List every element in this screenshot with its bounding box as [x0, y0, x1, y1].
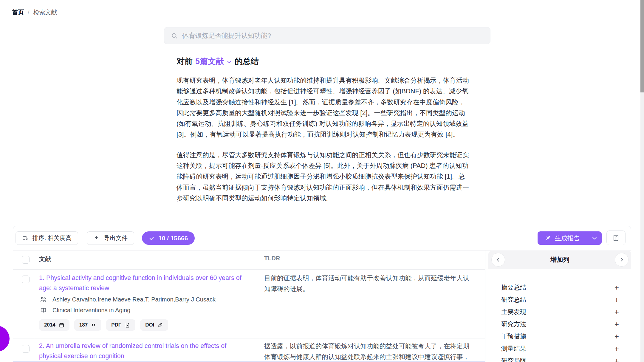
row-checkbox[interactable] [22, 276, 30, 283]
tldr-text: 据透露，以前报道的体育锻炼对认知功能的益处可能被夸大了，在将定期体育锻炼与健康人… [264, 341, 473, 362]
summary-heading-prefix: 对前 [177, 55, 193, 67]
authors-text: Ashley Carvalho,Irene Maeve Rea,T. Parim… [52, 296, 216, 303]
add-column-item-label: 干预措施 [501, 332, 526, 341]
add-column-item-label: 研究方法 [501, 320, 526, 328]
citations-count: 187 [79, 322, 88, 328]
authors-row: Ashley Carvalho,Irene Maeve Rea,T. Parim… [40, 296, 216, 303]
column-header-papers: 文献 [39, 255, 51, 263]
chevron-right-icon [619, 257, 624, 262]
notebook-icon [612, 234, 620, 242]
sort-button[interactable]: 排序: 相关度高 [16, 231, 78, 245]
plus-icon[interactable]: + [614, 284, 619, 291]
summary-paragraph-1: 现有研究表明，体育锻炼对老年人认知功能的维持和提升具有积极影响。文献综合分析揭示… [177, 75, 470, 140]
row-checkbox[interactable] [22, 345, 30, 353]
pdf-label: PDF [111, 322, 121, 328]
toolbar-divider [13, 250, 631, 250]
journal-text: Clinical Interventions in Aging [52, 307, 130, 314]
summary-heading-suffix: 的总结 [235, 55, 259, 67]
paper-title-link[interactable]: 1. Physical activity and cognitive funct… [39, 273, 250, 293]
sort-label: 排序: 相关度高 [32, 234, 72, 242]
plus-icon[interactable]: + [614, 320, 619, 328]
add-column-item[interactable]: 研究方法 + [488, 318, 631, 330]
chevron-down-icon [592, 236, 597, 241]
add-column-panel-header: 增加列 [488, 251, 631, 269]
add-column-item[interactable]: 干预措施 + [488, 330, 631, 342]
breadcrumb-separator: / [28, 9, 30, 16]
doi-badge[interactable]: DOI [140, 319, 168, 331]
summary-papers-link[interactable]: 5篇文献 [195, 55, 224, 67]
column-divider [485, 250, 485, 362]
search-input[interactable] [182, 32, 484, 40]
add-column-list: 摘要总结 + 研究总结 + 主要发现 + 研究方法 + 干预措施 + 测量结果 … [488, 281, 631, 362]
plus-icon[interactable]: + [614, 332, 619, 340]
results-card: 排序: 相关度高 导出文件 10 / 15666 生成报告 [13, 226, 631, 362]
download-icon [93, 235, 100, 242]
header-divider [13, 269, 485, 270]
search-bar[interactable] [164, 27, 490, 44]
quill-sparkle-icon [545, 235, 551, 242]
breadcrumb-current: 检索文献 [33, 8, 57, 16]
report-dropdown-button[interactable] [587, 231, 602, 245]
quote-icon [91, 322, 96, 328]
tldr-text: 目前的证据表明，体育活动可能有助于改善认知功能，从而延缓老年人认知障碍的进展。 [264, 273, 473, 294]
column-divider [260, 250, 260, 362]
add-column-item-label: 研究局限 [501, 357, 526, 362]
add-column-item[interactable]: 研究局限 + [488, 355, 631, 362]
breadcrumb-home-link[interactable]: 首页 [12, 8, 24, 16]
panel-expand-button[interactable] [615, 253, 628, 267]
select-all-checkbox[interactable] [22, 256, 30, 264]
add-column-item[interactable]: 研究总结 + [488, 293, 631, 306]
calendar-icon [59, 322, 64, 328]
add-column-item-label: 研究总结 [501, 296, 526, 304]
row-divider [13, 338, 485, 338]
pdf-file-icon [125, 322, 130, 328]
journal-row: Clinical Interventions in Aging [40, 307, 130, 314]
floating-action-button[interactable] [0, 326, 10, 352]
selected-count: 10 / 15666 [158, 235, 188, 242]
search-icon [171, 32, 178, 39]
sort-icon [22, 235, 29, 242]
plus-icon[interactable]: + [614, 308, 619, 316]
export-label: 导出文件 [104, 234, 128, 242]
year-value: 2014 [44, 322, 55, 328]
add-column-item-label: 测量结果 [501, 344, 526, 353]
chevron-left-icon [496, 257, 501, 262]
chevron-down-icon[interactable] [227, 59, 232, 65]
check-icon [149, 235, 155, 241]
layout-toggle-button[interactable] [606, 230, 626, 245]
breadcrumb: 首页 / 检索文献 [12, 8, 57, 16]
generate-report-label: 生成报告 [555, 234, 580, 242]
add-column-item-label: 摘要总结 [501, 283, 526, 292]
add-column-panel-title: 增加列 [551, 256, 569, 264]
selected-count-pill[interactable]: 10 / 15666 [142, 231, 195, 245]
summary-paragraph-2: 值得注意的是，尽管大多数研究支持体育锻炼与认知功能之间的正相关关系，但也有少数研… [177, 150, 470, 204]
summary-heading: 对前 5篇文献 的总结 [177, 55, 470, 67]
plus-icon[interactable]: + [614, 296, 619, 304]
badges-row: 2014 187 PDF [39, 319, 168, 331]
plus-icon[interactable]: + [614, 357, 619, 362]
add-column-item[interactable]: 摘要总结 + [488, 281, 631, 293]
column-header-tldr: TLDR [264, 255, 280, 262]
add-column-item-label: 主要发现 [501, 308, 526, 316]
panel-collapse-button[interactable] [491, 253, 505, 267]
paper-title-link[interactable]: 2. An umbrella review of randomized cont… [39, 341, 250, 361]
export-button[interactable]: 导出文件 [87, 231, 134, 245]
generate-report-split-button: 生成报告 [538, 231, 602, 245]
add-column-item[interactable]: 主要发现 + [488, 306, 631, 318]
literature-search-page: 首页 / 检索文献 对前 5篇文献 的总结 现有研究表明，体育锻炼对老年人认知功… [0, 0, 644, 362]
generate-report-button[interactable]: 生成报告 [538, 231, 587, 245]
link-icon [157, 322, 163, 328]
pdf-badge[interactable]: PDF [106, 319, 135, 331]
plus-icon[interactable]: + [614, 345, 619, 352]
year-badge[interactable]: 2014 [39, 319, 69, 331]
citations-badge[interactable]: 187 [74, 319, 101, 331]
journal-book-icon [40, 307, 47, 314]
scrollbar-thumb[interactable] [640, 0, 644, 92]
column-divider [34, 250, 34, 362]
authors-icon [40, 296, 47, 303]
doi-label: DOI [145, 322, 154, 328]
summary-section: 对前 5篇文献 的总结 现有研究表明，体育锻炼对老年人认知功能的维持和提升具有积… [177, 55, 470, 204]
add-column-item[interactable]: 测量结果 + [488, 342, 631, 355]
